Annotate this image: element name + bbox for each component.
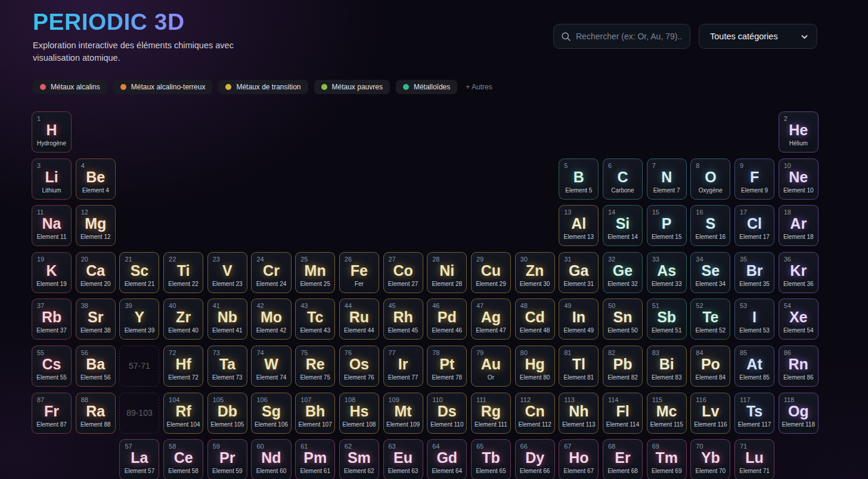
series-placeholder-57-71[interactable]: 57-71 bbox=[119, 346, 159, 387]
element-cell-Y[interactable]: 39YElement 39 bbox=[119, 298, 159, 340]
element-cell-V[interactable]: 23VElement 23 bbox=[207, 252, 247, 293]
element-cell-Nd[interactable]: 60NdElement 60 bbox=[251, 439, 291, 479]
element-cell-Ne[interactable]: 10NeElement 10 bbox=[779, 158, 819, 200]
element-cell-Hs[interactable]: 108HsElement 108 bbox=[339, 393, 379, 434]
element-cell-Og[interactable]: 118OgElement 118 bbox=[779, 393, 819, 434]
element-cell-Ho[interactable]: 67HoElement 67 bbox=[559, 439, 599, 479]
element-cell-Sr[interactable]: 38SrElement 38 bbox=[76, 298, 116, 340]
element-cell-Ti[interactable]: 22TiElement 22 bbox=[163, 252, 203, 293]
element-cell-Ar[interactable]: 18ArElement 18 bbox=[779, 205, 819, 246]
element-cell-Ra[interactable]: 88RaElement 88 bbox=[76, 393, 116, 434]
legend-more-label[interactable]: + Autres bbox=[466, 83, 492, 91]
element-cell-Cn[interactable]: 112CnElement 112 bbox=[515, 393, 555, 434]
element-cell-Pr[interactable]: 59PrElement 59 bbox=[207, 439, 247, 479]
element-cell-Si[interactable]: 14SiElement 14 bbox=[603, 205, 643, 246]
element-cell-Sm[interactable]: 62SmElement 62 bbox=[339, 439, 379, 479]
element-cell-Re[interactable]: 75ReElement 75 bbox=[295, 346, 335, 387]
series-placeholder-89-103[interactable]: 89-103 bbox=[119, 393, 159, 434]
element-cell-Mo[interactable]: 42MoElement 42 bbox=[251, 298, 291, 340]
element-cell-F[interactable]: 9FElement 9 bbox=[734, 158, 774, 200]
element-cell-Dy[interactable]: 66DyElement 66 bbox=[515, 439, 555, 479]
element-cell-Mc[interactable]: 115McElement 115 bbox=[647, 393, 687, 434]
element-cell-Pm[interactable]: 61PmElement 61 bbox=[295, 439, 335, 479]
element-cell-Hg[interactable]: 80HgElement 80 bbox=[515, 346, 555, 387]
element-cell-Be[interactable]: 4BeElement 4 bbox=[76, 158, 116, 200]
element-cell-Gd[interactable]: 64GdElement 64 bbox=[427, 439, 467, 479]
element-cell-Po[interactable]: 84PoElement 84 bbox=[690, 346, 730, 387]
element-cell-Cr[interactable]: 24CrElement 24 bbox=[251, 252, 291, 293]
element-cell-Sg[interactable]: 106SgElement 106 bbox=[251, 393, 291, 434]
element-cell-Rn[interactable]: 86RnElement 86 bbox=[779, 346, 819, 387]
element-cell-Tb[interactable]: 65TbElement 65 bbox=[471, 439, 511, 479]
element-cell-Pb[interactable]: 82PbElement 82 bbox=[603, 346, 643, 387]
element-cell-As[interactable]: 33AsElement 33 bbox=[647, 252, 687, 293]
element-cell-Ga[interactable]: 31GaElement 31 bbox=[559, 252, 599, 293]
element-cell-Li[interactable]: 3LiLithium bbox=[32, 158, 72, 200]
element-cell-Er[interactable]: 68ErElement 68 bbox=[603, 439, 643, 479]
element-cell-Lv[interactable]: 116LvElement 116 bbox=[690, 393, 730, 434]
element-cell-Fl[interactable]: 114FlElement 114 bbox=[603, 393, 643, 434]
element-cell-Ta[interactable]: 73TaElement 73 bbox=[207, 346, 247, 387]
element-cell-Rf[interactable]: 104RfElement 104 bbox=[163, 393, 203, 434]
element-cell-N[interactable]: 7NElement 7 bbox=[647, 158, 687, 200]
element-cell-Mt[interactable]: 109MtElement 109 bbox=[383, 393, 423, 434]
element-cell-Ag[interactable]: 47AgElement 47 bbox=[471, 298, 511, 340]
element-cell-Fr[interactable]: 87FrElement 87 bbox=[32, 393, 72, 434]
element-cell-Cl[interactable]: 17ClElement 17 bbox=[734, 205, 774, 246]
element-cell-Lu[interactable]: 71LuElement 71 bbox=[734, 439, 774, 479]
element-cell-Os[interactable]: 76OsElement 76 bbox=[339, 346, 379, 387]
element-cell-He[interactable]: 2HeHélium bbox=[779, 111, 819, 153]
element-cell-P[interactable]: 15PElement 15 bbox=[647, 205, 687, 246]
element-cell-S[interactable]: 16SElement 16 bbox=[690, 205, 730, 246]
element-cell-H[interactable]: 1HHydrogène bbox=[32, 111, 72, 153]
element-cell-Cs[interactable]: 55CsElement 55 bbox=[32, 346, 72, 387]
element-cell-Se[interactable]: 34SeElement 34 bbox=[690, 252, 730, 293]
element-cell-Ir[interactable]: 77IrElement 77 bbox=[383, 346, 423, 387]
element-cell-Ba[interactable]: 56BaElement 56 bbox=[76, 346, 116, 387]
element-cell-Sb[interactable]: 51SbElement 51 bbox=[647, 298, 687, 340]
element-cell-Mg[interactable]: 12MgElement 12 bbox=[76, 205, 116, 246]
element-cell-Nh[interactable]: 113NhElement 113 bbox=[559, 393, 599, 434]
element-cell-W[interactable]: 74WElement 74 bbox=[251, 346, 291, 387]
element-cell-Rb[interactable]: 37RbElement 37 bbox=[32, 298, 72, 340]
element-cell-Ru[interactable]: 44RuElement 44 bbox=[339, 298, 379, 340]
element-cell-Co[interactable]: 27CoElement 27 bbox=[383, 252, 423, 293]
element-cell-Te[interactable]: 52TeElement 52 bbox=[690, 298, 730, 340]
element-cell-Kr[interactable]: 36KrElement 36 bbox=[779, 252, 819, 293]
category-select[interactable]: Toutes catégories bbox=[699, 24, 817, 49]
legend-chip-3[interactable]: Métaux pauvres bbox=[314, 80, 390, 94]
element-cell-Hf[interactable]: 72HfElement 72 bbox=[163, 346, 203, 387]
element-cell-Zn[interactable]: 30ZnElement 30 bbox=[515, 252, 555, 293]
element-cell-La[interactable]: 57LaElement 57 bbox=[119, 439, 159, 479]
element-cell-Xe[interactable]: 54XeElement 54 bbox=[779, 298, 819, 340]
element-cell-At[interactable]: 85AtElement 85 bbox=[734, 346, 774, 387]
legend-chip-0[interactable]: Métaux alcalins bbox=[33, 80, 107, 94]
element-cell-Ts[interactable]: 117TsElement 117 bbox=[734, 393, 774, 434]
element-cell-Ds[interactable]: 110DsElement 110 bbox=[427, 393, 467, 434]
element-cell-Tl[interactable]: 81TlElement 81 bbox=[559, 346, 599, 387]
element-cell-C[interactable]: 6CCarbone bbox=[603, 158, 643, 200]
element-cell-Sn[interactable]: 50SnElement 50 bbox=[603, 298, 643, 340]
element-cell-Cd[interactable]: 48CdElement 48 bbox=[515, 298, 555, 340]
element-cell-Sc[interactable]: 21ScElement 21 bbox=[119, 252, 159, 293]
element-cell-Na[interactable]: 11NaElement 11 bbox=[32, 205, 72, 246]
element-cell-B[interactable]: 5BElement 5 bbox=[559, 158, 599, 200]
element-cell-Eu[interactable]: 63EuElement 63 bbox=[383, 439, 423, 479]
search-input[interactable] bbox=[576, 32, 683, 41]
element-cell-Fe[interactable]: 26FeFer bbox=[339, 252, 379, 293]
element-cell-Nb[interactable]: 41NbElement 41 bbox=[207, 298, 247, 340]
legend-chip-1[interactable]: Métaux alcalino-terreux bbox=[113, 80, 213, 94]
element-cell-Ce[interactable]: 58CeElement 58 bbox=[163, 439, 203, 479]
element-cell-Db[interactable]: 105DbElement 105 bbox=[207, 393, 247, 434]
element-cell-Bi[interactable]: 83BiElement 83 bbox=[647, 346, 687, 387]
element-cell-I[interactable]: 53IElement 53 bbox=[734, 298, 774, 340]
element-cell-Ge[interactable]: 32GeElement 32 bbox=[603, 252, 643, 293]
legend-chip-4[interactable]: Métalloïdes bbox=[396, 80, 457, 94]
legend-chip-2[interactable]: Métaux de transition bbox=[218, 80, 308, 94]
element-cell-K[interactable]: 19KElement 19 bbox=[32, 252, 72, 293]
element-cell-Bh[interactable]: 107BhElement 107 bbox=[295, 393, 335, 434]
element-cell-Pd[interactable]: 46PdElement 46 bbox=[427, 298, 467, 340]
element-cell-Ca[interactable]: 20CaElement 20 bbox=[76, 252, 116, 293]
element-cell-Mn[interactable]: 25MnElement 25 bbox=[295, 252, 335, 293]
element-cell-Rg[interactable]: 111RgElement 111 bbox=[471, 393, 511, 434]
